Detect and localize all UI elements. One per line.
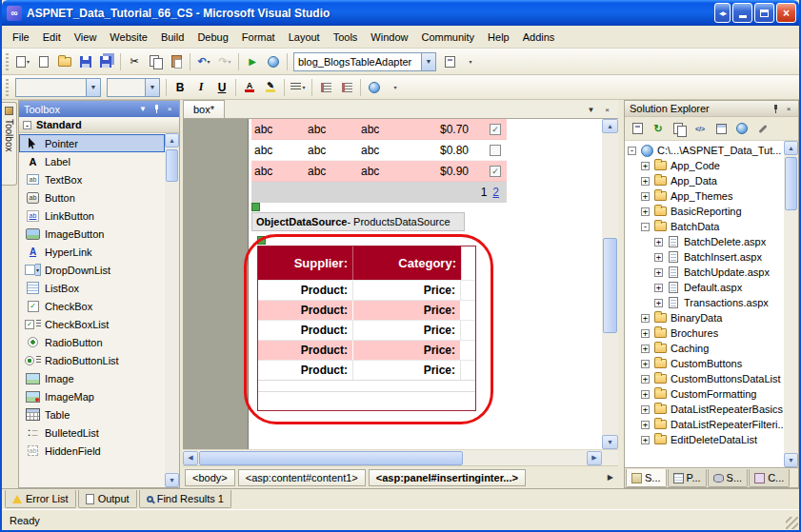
browse-button[interactable] [263, 51, 284, 72]
dropdown-icon[interactable]: ▼ [86, 79, 100, 96]
scroll-left-icon[interactable]: ◀ [183, 451, 198, 465]
toolbox-item-table[interactable]: Table [19, 405, 165, 424]
tree-item-app-themes[interactable]: + App_Themes [625, 188, 784, 204]
toolbar-overflow-button[interactable]: ▾ [460, 51, 481, 72]
view-code-button[interactable]: </> [691, 120, 710, 138]
toolbar-grip[interactable] [6, 53, 9, 70]
explorer-tab-p-1[interactable]: P... [668, 469, 707, 487]
dropdown-icon[interactable]: ▼ [145, 79, 159, 96]
grid-row[interactable]: abc abc abc $0.80 [251, 140, 507, 161]
scrollbar-thumb[interactable] [603, 238, 617, 333]
tree-expander-icon[interactable]: + [654, 238, 663, 246]
toolbox-item-button[interactable]: Button [19, 188, 165, 207]
toolbox-item-hyperlink[interactable]: HyperLink [19, 243, 165, 261]
tree-item-customformatting[interactable]: + CustomFormatting [625, 386, 784, 402]
grid-row[interactable]: abc abc abc $0.90 ✓ [251, 161, 507, 182]
alignment-button[interactable]: ▾ [288, 77, 309, 98]
scrollbar-thumb[interactable] [785, 157, 797, 210]
panel-tab-output[interactable]: Output [78, 490, 137, 508]
tree-item-app-data[interactable]: + App_Data [625, 173, 784, 188]
toolbar-combobox[interactable]: blog_BlogsTableAdapter ▼ [293, 52, 436, 71]
save-button[interactable] [75, 51, 96, 72]
tab-list-icon[interactable]: ▼ [584, 103, 598, 116]
tree-item-app-code[interactable]: + App_Code [625, 158, 784, 173]
tree-expander-icon[interactable]: + [641, 329, 650, 338]
smart-tag-icon[interactable] [251, 203, 260, 211]
scrollbar-thumb[interactable] [199, 451, 463, 465]
pager-page-link[interactable]: 2 [492, 186, 499, 199]
tree-item-default-aspx[interactable]: + Default.aspx [625, 280, 784, 295]
tree-expander-icon[interactable]: + [641, 360, 650, 368]
toolbox-item-radiobuttonlist[interactable]: RadioButtonList [19, 351, 165, 369]
tree-item-datalistrepeaterfilteri[interactable]: + DataListRepeaterFilteri... [625, 417, 784, 432]
toolbox-item-listbox[interactable]: ListBox [19, 279, 165, 297]
combobox-dropdown-icon[interactable]: ▼ [421, 53, 435, 70]
toolbox-item-image[interactable]: Image [19, 369, 165, 387]
toolbar-grip[interactable] [6, 79, 9, 96]
tree-expander-icon[interactable]: + [654, 284, 663, 292]
menu-help[interactable]: Help [481, 29, 516, 46]
tree-item-basicreporting[interactable]: + BasicReporting [625, 204, 784, 219]
toolbox-item-checkbox[interactable]: CheckBox [19, 297, 165, 315]
editor-vertical-scrollbar[interactable]: ▲ ▼ [602, 119, 618, 449]
explorer-tab-c-3[interactable]: C... [749, 469, 790, 487]
tree-expander-icon[interactable]: + [641, 436, 650, 444]
highlight-button[interactable]: ✎ [260, 77, 281, 98]
menu-website[interactable]: Website [103, 29, 154, 46]
toolbox-scrollbar[interactable]: ▲ ▼ [165, 133, 179, 487]
section-collapse-icon[interactable]: - [23, 121, 31, 129]
tree-expander-icon[interactable]: + [641, 390, 650, 399]
scroll-right-icon[interactable]: ▶ [587, 451, 602, 465]
tree-expander-icon[interactable]: + [641, 207, 650, 216]
toolbox-item-imagebutton[interactable]: ImageButton [19, 225, 165, 243]
tree-expander-icon[interactable]: + [641, 162, 650, 170]
font-color-button[interactable]: A [239, 77, 260, 98]
explorer-tab-s-0[interactable]: S... [626, 469, 667, 487]
copy-website-button[interactable] [732, 120, 751, 138]
toolbox-section-header[interactable]: - Standard [19, 117, 179, 133]
close-icon[interactable]: × [782, 103, 795, 115]
add-item-button[interactable] [33, 51, 54, 72]
design-surface[interactable]: abc abc abc $0.70 ✓ abc abc abc $0.80 ab… [183, 119, 602, 449]
tree-scrollbar[interactable]: ▲ ▼ [784, 141, 798, 467]
numbered-list-button[interactable] [315, 77, 336, 98]
panel-tab-find-results-1[interactable]: Find Results 1 [139, 490, 231, 508]
window-dock-button[interactable]: ◀▶ [714, 3, 731, 23]
tree-expander-icon[interactable]: + [641, 314, 650, 323]
tree-expander-icon[interactable]: + [641, 405, 650, 414]
toolbox-item-pointer[interactable]: Pointer [19, 134, 165, 152]
menu-window[interactable]: Window [364, 29, 414, 46]
scrollbar-thumb[interactable] [166, 149, 178, 182]
objectdatasource-control[interactable]: ObjectDataSource - ProductsDataSource [251, 212, 465, 231]
italic-button[interactable]: I [190, 77, 211, 98]
toolbox-item-hiddenfield[interactable]: HiddenField [19, 442, 165, 460]
menu-addins[interactable]: Addins [516, 29, 562, 46]
menu-layout[interactable]: Layout [282, 29, 327, 46]
tree-expander-icon[interactable]: + [654, 268, 663, 277]
window-menu-icon[interactable]: ▼ [136, 103, 150, 115]
tree-item-transactions-aspx[interactable]: + Transactions.aspx [625, 295, 784, 310]
toolbox-item-checkboxlist[interactable]: CheckBoxList [19, 315, 165, 333]
scroll-down-icon[interactable]: ▼ [165, 473, 179, 487]
resize-grip[interactable] [786, 517, 798, 529]
close-document-icon[interactable]: × [600, 103, 614, 116]
menu-build[interactable]: Build [154, 29, 190, 46]
close-button[interactable]: × [776, 3, 796, 23]
tree-expander-icon[interactable]: + [641, 421, 650, 429]
menu-debug[interactable]: Debug [190, 29, 234, 46]
toolbox-side-tab[interactable]: Toolbox [2, 102, 17, 186]
bold-button[interactable]: B [170, 77, 190, 98]
other-windows-button[interactable] [439, 51, 460, 72]
tree-expander-icon[interactable]: - [641, 223, 650, 231]
tag-asp-content-content1[interactable]: <asp:content#content1> [238, 469, 366, 486]
tree-item-c-aspnet-data-tut[interactable]: - C:\...\ASPNET_Data_Tut... [625, 143, 784, 158]
scroll-down-icon[interactable]: ▼ [784, 453, 798, 467]
toolbox-item-linkbutton[interactable]: LinkButton [19, 207, 165, 225]
tree-item-brochures[interactable]: + Brochures [625, 325, 784, 341]
scroll-up-icon[interactable]: ▲ [165, 133, 179, 148]
tree-expander-icon[interactable]: + [641, 192, 650, 201]
cut-button[interactable]: ✂ [124, 51, 145, 72]
menu-community[interactable]: Community [414, 29, 481, 46]
underline-button[interactable]: U [211, 77, 232, 98]
tree-item-custombuttonsdatalist[interactable]: + CustomButtonsDataList [625, 371, 784, 386]
